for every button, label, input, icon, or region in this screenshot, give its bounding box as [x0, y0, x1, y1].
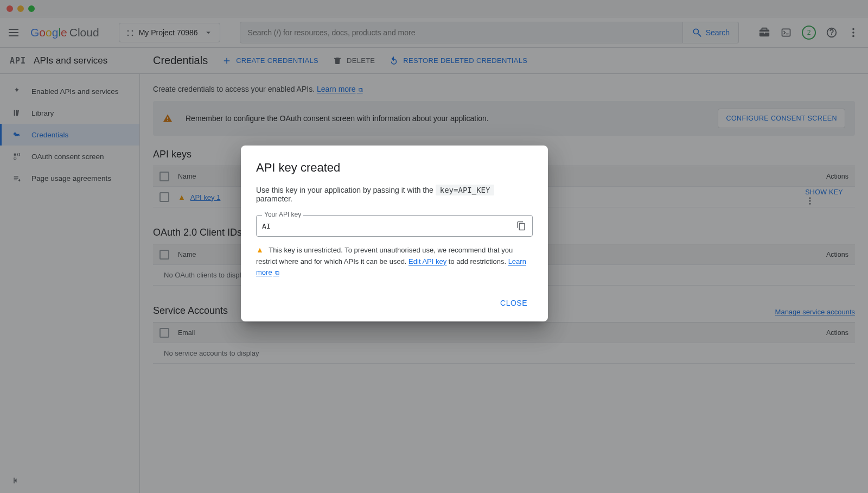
edit-api-key-link[interactable]: Edit API key [409, 257, 446, 266]
close-button[interactable]: CLOSE [495, 294, 533, 312]
warning-icon: ▲ [256, 245, 264, 254]
api-key-created-modal: API key created Use this key in your app… [241, 146, 548, 321]
modal-description: Use this key in your application by pass… [256, 186, 533, 203]
api-key-field: Your API key AI [256, 215, 533, 237]
code-snippet: key=API_KEY [436, 185, 495, 195]
modal-title: API key created [256, 161, 533, 175]
copy-button[interactable] [516, 220, 527, 231]
modal-note: ▲ This key is unrestricted. To prevent u… [256, 244, 533, 278]
external-link-icon: ⧉ [273, 269, 279, 276]
field-label: Your API key [262, 211, 303, 218]
api-key-value: AI [262, 222, 516, 230]
